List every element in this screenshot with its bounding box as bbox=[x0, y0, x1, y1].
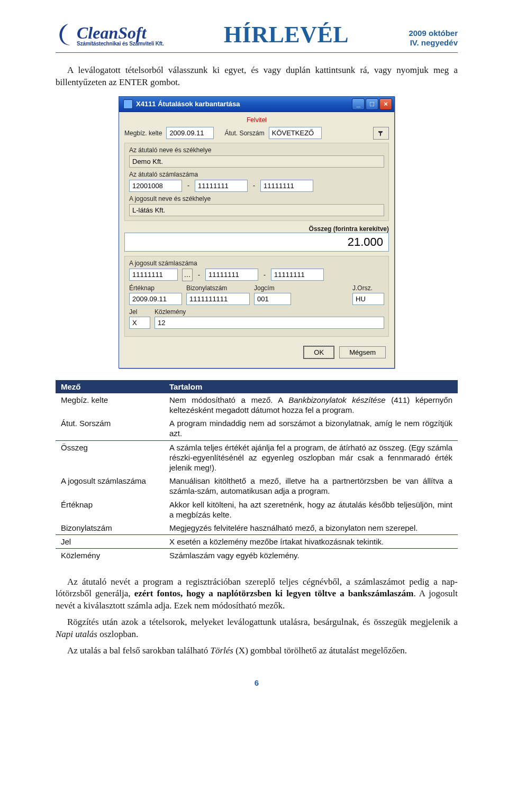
brand-subtitle: Számítástechnikai és Számviteli Kft. bbox=[77, 41, 164, 47]
document-header: CleanSoft Számítástechnikai és Számvitel… bbox=[56, 21, 458, 48]
label-atutalo-szamla: Az átutaló számlaszáma bbox=[129, 171, 384, 178]
separator: - bbox=[186, 182, 190, 189]
cell-field: A jogosult számlaszáma bbox=[56, 474, 164, 497]
cell-field: Megbíz. kelte bbox=[56, 393, 164, 417]
label-megbiz-kelte: Megbíz. kelte bbox=[124, 130, 162, 137]
table-row: KözleménySzámlaszám vagy egyéb közlemény… bbox=[56, 549, 458, 562]
label-sorszam: Átut. Sorszám bbox=[224, 130, 264, 137]
label-jel: Jel bbox=[129, 308, 150, 316]
label-bizszam: Bizonylatszám bbox=[186, 284, 250, 292]
input-jorsz[interactable]: HU bbox=[352, 293, 384, 305]
label-jogcim: Jogcím bbox=[254, 284, 291, 292]
field-definition-table: Mező Tartalom Megbíz. kelteNem módosítha… bbox=[56, 380, 458, 562]
titlebar: X4111 Átutalások karbantartása _ □ × bbox=[119, 97, 394, 112]
brand-name: CleanSoft bbox=[77, 24, 164, 41]
table-row: ÖsszegA számla teljes értékét ajánlja fe… bbox=[56, 440, 458, 474]
cell-content: Megjegyzés felvitelére használható mező,… bbox=[164, 521, 458, 535]
page-number: 6 bbox=[56, 678, 458, 687]
cancel-button[interactable]: Mégsem bbox=[339, 346, 386, 358]
paragraph-3: Az utalás a bal felső sarokban található… bbox=[56, 645, 458, 657]
field-atutalo-nev: Demo Kft. bbox=[129, 155, 384, 168]
cell-content: X esetén a közlemény mezőbe írtakat hiva… bbox=[164, 535, 458, 549]
cell-field: Közlemény bbox=[56, 549, 164, 562]
close-button[interactable]: × bbox=[379, 98, 392, 110]
paragraph-2: Rögzítés után azok a tételsorok, melyeke… bbox=[56, 616, 458, 641]
table-row: A jogosult számlaszámaManuálisan kitölth… bbox=[56, 474, 458, 497]
label-kozlemeny: Közlemény bbox=[155, 308, 384, 316]
table-row: BizonylatszámMegjegyzés felvitelére hasz… bbox=[56, 521, 458, 535]
table-row: Átut. SorszámA program mindaddig nem ad … bbox=[56, 417, 458, 440]
cell-content: Nem módosítható a mező. A Bankbizonylato… bbox=[164, 393, 458, 417]
cell-field: Összeg bbox=[56, 440, 164, 474]
cell-field: Átut. Sorszám bbox=[56, 417, 164, 440]
separator: - bbox=[262, 271, 267, 279]
brand: CleanSoft Számítástechnikai és Számvitel… bbox=[56, 23, 164, 48]
table-row: JelX esetén a közlemény mezőbe írtakat h… bbox=[56, 535, 458, 549]
input-sorszam[interactable]: KÖVETKEZŐ bbox=[269, 127, 322, 139]
input-kozlemeny[interactable]: 12 bbox=[155, 317, 384, 329]
pin-button[interactable] bbox=[373, 127, 389, 140]
banner-title: HÍRLEVÉL bbox=[224, 21, 349, 48]
window-title: X4111 Átutalások karbantartása bbox=[136, 100, 240, 108]
input-osszeg[interactable]: 21.000 bbox=[124, 233, 389, 252]
input-jogosult-szamla-3[interactable]: 11111111 bbox=[271, 269, 324, 281]
pin-icon bbox=[377, 130, 385, 137]
input-jel[interactable]: X bbox=[129, 317, 150, 329]
label-jorsz: J.Orsz. bbox=[352, 284, 384, 292]
mode-label: Felvitel bbox=[124, 116, 389, 124]
input-jogcim[interactable]: 001 bbox=[254, 293, 291, 305]
amount-panel: Összeg (forintra kerekítve) 21.000 bbox=[124, 225, 389, 252]
window-icon bbox=[123, 99, 133, 109]
input-jogosult-szamla-2[interactable]: 11111111 bbox=[205, 269, 258, 281]
input-bizszam[interactable]: 1111111111 bbox=[186, 293, 250, 305]
maximize-button[interactable]: □ bbox=[366, 98, 378, 110]
input-atutalo-szamla-1[interactable]: 12001008 bbox=[129, 180, 182, 192]
intro-paragraph: A leválogatott tételsorból válasszunk ki… bbox=[56, 64, 458, 89]
cell-content: Akkor kell kitölteni, ha azt szeretnénk,… bbox=[164, 498, 458, 521]
cell-content: Manuálisan kitölthető a mező, illetve ha… bbox=[164, 474, 458, 497]
cell-content: A program mindaddig nem ad sorszámot a b… bbox=[164, 417, 458, 440]
label-jogosult-szamla: A jogosult számlaszáma bbox=[129, 260, 384, 267]
cell-field: Értéknap bbox=[56, 498, 164, 521]
label-jogosult-nev: A jogosult neve és székhelye bbox=[129, 195, 384, 202]
lookup-button[interactable]: … bbox=[182, 269, 193, 281]
input-erteknap[interactable]: 2009.09.11 bbox=[129, 293, 182, 305]
separator: - bbox=[197, 271, 201, 279]
issue-info: 2009 október IV. negyedév bbox=[409, 29, 458, 49]
brand-logo-icon bbox=[56, 23, 72, 48]
input-megbiz-kelte[interactable]: 2009.09.11 bbox=[166, 127, 214, 139]
form-area: Felvitel Megbíz. kelte 2009.09.11 Átut. … bbox=[119, 112, 394, 368]
cell-content: A számla teljes értékét ajánlja fel a pr… bbox=[164, 440, 458, 474]
cell-field: Bizonylatszám bbox=[56, 521, 164, 535]
field-jogosult-nev: L-látás Kft. bbox=[129, 204, 384, 216]
cell-field: Jel bbox=[56, 535, 164, 549]
issue-quarter: IV. negyedév bbox=[409, 38, 458, 48]
issue-date: 2009 október bbox=[409, 29, 458, 39]
input-atutalo-szamla-2[interactable]: 11111111 bbox=[195, 180, 248, 192]
table-row: Megbíz. kelteNem módosítható a mező. A B… bbox=[56, 393, 458, 417]
screenshot-wrap: X4111 Átutalások karbantartása _ □ × Fel… bbox=[56, 96, 458, 368]
label-atutalo-nev: Az átutaló neve és székhelye bbox=[129, 146, 384, 154]
minimize-button[interactable]: _ bbox=[352, 98, 365, 110]
header-rule bbox=[56, 52, 458, 53]
payer-panel: Az átutaló neve és székhelye Demo Kft. A… bbox=[124, 143, 389, 221]
input-jogosult-szamla-1[interactable]: 11111111 bbox=[129, 269, 178, 281]
xp-window: X4111 Átutalások karbantartása _ □ × Fel… bbox=[119, 96, 395, 368]
input-atutalo-szamla-3[interactable]: 11111111 bbox=[260, 180, 313, 192]
table-row: ÉrtéknapAkkor kell kitölteni, ha azt sze… bbox=[56, 498, 458, 521]
ok-button[interactable]: OK bbox=[304, 346, 334, 358]
paragraph-1: Az átutaló nevét a program a regisztráci… bbox=[56, 576, 458, 613]
th-field: Mező bbox=[56, 380, 164, 393]
separator: - bbox=[252, 182, 256, 189]
label-osszeg: Összeg (forintra kerekítve) bbox=[309, 225, 389, 233]
cell-content: Számlaszám vagy egyéb közlemény. bbox=[164, 549, 458, 562]
th-content: Tartalom bbox=[164, 380, 458, 393]
beneficiary-panel: A jogosult számlaszáma 11111111 … - 1111… bbox=[124, 256, 389, 337]
label-erteknap: Értéknap bbox=[129, 284, 182, 292]
